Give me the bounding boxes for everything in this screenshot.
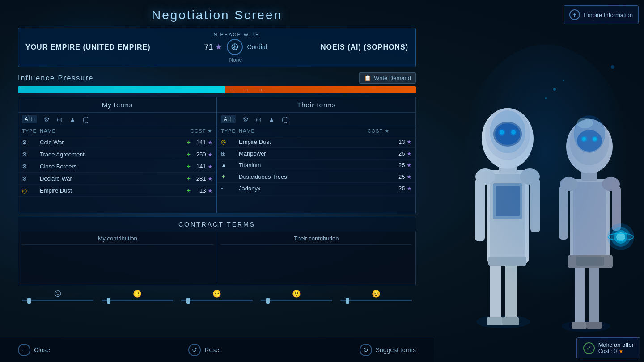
row-name: Jadonyx [239,185,390,192]
mood-icon-2: 🙁 [133,290,142,298]
their-contribution-panel: Their contribution [217,232,416,285]
mood-track-3[interactable] [181,300,253,301]
close-button[interactable]: ← Close [18,344,50,356]
contract-title: CONTRACT TERMS [18,217,416,232]
table-row[interactable]: ⚙ Close Borders + 141 ★ [18,160,216,173]
row-icon: ⚙ [22,139,40,146]
row-icon: ▪ [221,185,239,192]
mood-slider-1: ☹ [18,290,97,301]
row-name: Empire Dust [40,187,187,194]
their-terms-col-name: NAME [239,128,368,134]
mood-track-2[interactable] [102,300,173,301]
row-icon: ⊞ [221,150,239,157]
table-row[interactable]: ⚙ Trade Agreement + 250 ★ [18,148,216,160]
offer-check-icon: ✓ [583,342,595,354]
table-row[interactable]: ◎ Empire Dust + 13 ★ [18,185,216,197]
right-empire-name: NOEIS (AI) (SOPHONS) [321,43,408,51]
mood-slider-4: 🙂 [257,290,336,301]
robot-glow [456,45,635,313]
their-terms-tab-icon2[interactable]: ◎ [256,116,261,123]
mood-icon-4: 🙂 [292,290,301,298]
table-row[interactable]: ⚙ Cold War + 141 ★ [18,136,216,148]
contract-section: CONTRACT TERMS My contribution Their con… [18,217,416,285]
make-offer-button[interactable]: ✓ Make an offer Cost : 0 ★ [576,337,640,358]
offer-text: Make an offer Cost : 0 ★ [598,341,634,354]
their-terms-tab-all[interactable]: ALL [221,115,236,123]
my-terms-tab-icon1[interactable]: ⚙ [44,116,50,123]
my-terms-tab-icon4[interactable]: ◯ [83,116,90,123]
their-terms-table-header: TYPE NAME COST ★ [217,126,415,136]
row-name: Declare War [40,175,187,182]
table-row[interactable]: ⊞ Manpower 25 ★ [217,148,415,160]
none-label: None [229,57,242,63]
mood-thumb-3 [186,298,190,304]
row-icon: ⚙ [22,163,40,170]
write-demand-button[interactable]: 📋 Write Demand [359,72,416,84]
mood-track-5[interactable] [340,300,412,301]
my-terms-tab-icon3[interactable]: ▲ [69,116,76,123]
suggest-button[interactable]: ↻ Suggest terms [360,344,416,356]
mood-icon-1: ☹ [54,290,62,298]
arrow-1: → [229,87,235,93]
my-terms-col-name: NAME [40,128,191,134]
my-terms-table-header: TYPE NAME COST ★ [18,126,216,136]
empire-info-button[interactable]: + Empire Information [564,5,639,24]
table-row[interactable]: ▪ Jadonyx 25 ★ [217,183,415,194]
mood-track-4[interactable] [261,300,332,301]
my-terms-title: My terms [18,97,216,113]
mood-area: ☹ 🙁 😐 🙂 😊 [18,285,416,306]
in-peace-label: IN PEACE WITH [211,32,260,37]
row-cost: 25 ★ [390,185,412,192]
contribution-area: My contribution Their contribution [18,232,416,285]
row-cost: 13 ★ [390,139,412,145]
table-row[interactable]: ✦ Dustciduous Trees 25 ★ [217,171,415,183]
close-icon: ← [18,344,30,356]
their-terms-panel: Their terms ALL ⚙ ◎ ▲ ◯ TYPE NAME COST ★… [217,97,416,213]
row-name: Trade Agreement [40,151,187,158]
their-terms-col-cost: COST ★ [368,128,390,134]
their-terms-tab-icon4[interactable]: ◯ [282,116,289,123]
svg-rect-4 [502,317,519,325]
mood-thumb-4 [266,298,270,304]
table-row[interactable]: ◎ Empire Dust 13 ★ [217,136,415,148]
empire-header: YOUR EMPIRE (UNITED EMPIRE) IN PEACE WIT… [18,28,416,67]
empire-info-label: Empire Information [584,12,633,18]
reset-button[interactable]: ↺ Reset [188,344,221,356]
my-terms-col-type: TYPE [22,128,40,134]
row-plus: + [187,175,191,182]
row-plus: + [187,151,191,158]
suggest-icon: ↻ [360,344,372,356]
relation-text: Cordial [247,43,267,51]
their-terms-title: Their terms [217,97,415,113]
bottom-toolbar: ← Close ↺ Reset ↻ Suggest terms [0,337,434,362]
my-terms-tab-icon2[interactable]: ◎ [57,116,62,123]
their-terms-col-type: TYPE [221,128,239,134]
svg-rect-28 [586,322,602,329]
ui-container: Negotiation Screen YOUR EMPIRE (UNITED E… [0,0,434,362]
row-cost: 281 ★ [191,175,213,182]
row-icon: ▲ [221,162,239,168]
influence-title: Influence Pressure [18,74,93,82]
influence-header: Influence Pressure 📋 Write Demand [18,72,416,84]
empire-info-icon: + [569,9,580,20]
their-contribution-title: Their contribution [221,235,412,245]
offer-cost-label: Cost : 0 [598,348,617,354]
mood-track-1[interactable] [22,300,93,301]
offer-title: Make an offer [598,341,634,348]
their-terms-tab-icon3[interactable]: ▲ [268,116,275,123]
row-name: Manpower [239,150,390,157]
my-terms-tab-all[interactable]: ALL [22,115,37,123]
offer-cost-star: ★ [619,348,623,354]
table-row[interactable]: ⚙ Declare War + 281 ★ [18,173,216,185]
their-terms-table: ◎ Empire Dust 13 ★ ⊞ Manpower 25 ★ ▲ Tit… [217,136,415,213]
score-display: 71 ★ [204,42,222,52]
row-cost: 25 ★ [390,173,412,180]
reset-label: Reset [204,346,221,354]
table-row[interactable]: ▲ Titanium 25 ★ [217,160,415,171]
row-plus: + [187,139,191,146]
row-name: Dustciduous Trees [239,173,390,180]
row-icon: ⚙ [22,151,40,158]
mood-slider-5: 😊 [336,290,416,301]
their-terms-tab-icon1[interactable]: ⚙ [243,116,249,123]
write-demand-icon: 📋 [364,75,371,81]
